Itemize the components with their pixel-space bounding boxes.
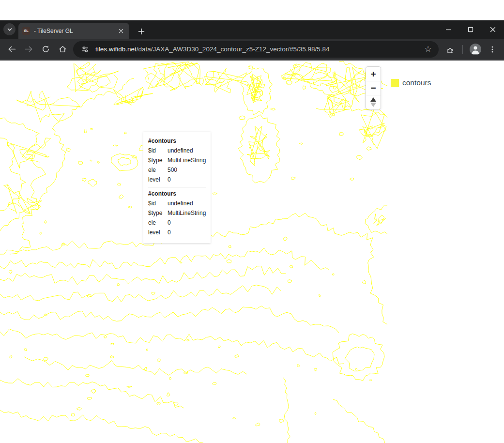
extensions-button[interactable] bbox=[442, 41, 458, 58]
contour-line bbox=[0, 379, 184, 408]
contour-line bbox=[0, 266, 286, 285]
url-domain: tiles.wifidb.net bbox=[95, 46, 137, 53]
contour-line bbox=[367, 147, 371, 151]
contour-line bbox=[174, 402, 178, 405]
tab-tileserver-gl[interactable]: GL - TileServer GL bbox=[18, 23, 129, 39]
contour-line bbox=[104, 336, 107, 338]
contour-line bbox=[119, 195, 123, 199]
close-window-button[interactable] bbox=[482, 20, 504, 39]
back-icon bbox=[7, 45, 16, 54]
site-settings-icon bbox=[81, 46, 89, 53]
feature-section: #contours $idundefined $typeMultiLineStr… bbox=[148, 189, 206, 237]
contour-line bbox=[362, 281, 366, 284]
url-text: tiles.wifidb.net/data/JAXA_AW3D30_2024_c… bbox=[95, 46, 422, 53]
map-zoom-control: + − bbox=[366, 66, 381, 109]
contour-line bbox=[234, 355, 239, 358]
contour-line bbox=[111, 154, 138, 171]
contour-line bbox=[4, 184, 42, 214]
contour-line bbox=[40, 232, 42, 234]
minimize-button[interactable] bbox=[437, 20, 459, 39]
plus-icon bbox=[138, 28, 145, 35]
contour-line bbox=[124, 132, 127, 134]
contour-line bbox=[78, 161, 83, 165]
feature-property-row: $idundefined bbox=[148, 146, 206, 155]
forward-button[interactable] bbox=[20, 41, 37, 58]
tab-close-button[interactable] bbox=[117, 27, 125, 35]
tab-search-button[interactable] bbox=[3, 23, 15, 35]
chevron-down-icon bbox=[6, 26, 13, 33]
contour-line bbox=[44, 221, 46, 224]
bookmark-star-button[interactable]: ☆ bbox=[422, 44, 434, 55]
feature-property-row: ele500 bbox=[148, 165, 206, 175]
contour-line bbox=[88, 179, 97, 186]
contour-line bbox=[76, 408, 81, 410]
contour-line bbox=[283, 378, 290, 443]
contour-line bbox=[118, 157, 130, 166]
address-bar[interactable]: tiles.wifidb.net/data/JAXA_AW3D30_2024_c… bbox=[73, 41, 439, 58]
contour-line bbox=[127, 386, 132, 388]
map-canvas[interactable] bbox=[0, 61, 504, 443]
contour-line bbox=[333, 87, 336, 89]
reload-button[interactable] bbox=[37, 41, 54, 58]
contour-line bbox=[332, 274, 334, 275]
contour-line bbox=[144, 367, 147, 371]
close-icon bbox=[118, 28, 124, 34]
menu-button[interactable] bbox=[484, 41, 501, 58]
contour-line bbox=[113, 87, 153, 105]
contour-line bbox=[44, 357, 48, 361]
contour-line bbox=[293, 65, 298, 68]
contour-line bbox=[333, 399, 385, 443]
zoom-out-button[interactable]: − bbox=[366, 81, 381, 95]
contour-line bbox=[110, 356, 114, 358]
contour-line bbox=[229, 245, 231, 248]
contour-line bbox=[183, 372, 188, 374]
contour-line bbox=[355, 368, 357, 370]
home-icon bbox=[58, 45, 67, 54]
close-icon bbox=[489, 26, 496, 33]
layer-color-swatch bbox=[391, 79, 399, 87]
contour-line bbox=[186, 339, 189, 341]
contour-line bbox=[271, 108, 275, 110]
browser-toolbar: tiles.wifidb.net/data/JAXA_AW3D30_2024_c… bbox=[0, 39, 504, 60]
contour-line bbox=[146, 349, 148, 350]
reload-icon bbox=[41, 45, 50, 54]
contour-line bbox=[314, 368, 317, 371]
contour-line bbox=[0, 248, 329, 270]
contour-line bbox=[0, 118, 46, 254]
feature-layer-name: #contours bbox=[148, 189, 206, 199]
contour-line bbox=[97, 161, 99, 163]
contour-line bbox=[157, 402, 161, 404]
contour-line bbox=[24, 357, 247, 375]
minimize-icon bbox=[445, 26, 452, 33]
contour-line bbox=[350, 178, 354, 181]
contour-line bbox=[84, 130, 87, 133]
contour-line bbox=[283, 237, 288, 241]
zoom-in-button[interactable]: + bbox=[366, 67, 381, 81]
tab-title: - TileServer GL bbox=[34, 28, 113, 34]
contour-line bbox=[0, 329, 344, 365]
contour-line bbox=[297, 364, 300, 367]
contour-line bbox=[111, 343, 114, 345]
site-info-button[interactable] bbox=[79, 43, 92, 56]
feature-inspect-popup: #contours $idundefined $typeMultiLineStr… bbox=[143, 132, 211, 243]
compass-button[interactable] bbox=[366, 95, 381, 109]
kebab-menu-icon bbox=[489, 46, 496, 53]
home-button[interactable] bbox=[54, 41, 71, 58]
back-button[interactable] bbox=[3, 41, 20, 58]
popup-separator bbox=[148, 187, 206, 187]
maximize-button[interactable] bbox=[459, 20, 482, 39]
contour-line bbox=[0, 285, 281, 302]
contour-line bbox=[24, 349, 27, 351]
profile-button[interactable] bbox=[467, 41, 484, 58]
contour-line bbox=[315, 412, 316, 414]
tab-favicon: GL bbox=[22, 27, 30, 35]
contour-line bbox=[291, 177, 295, 180]
contour-line bbox=[61, 244, 65, 245]
feature-property-row: ele0 bbox=[148, 218, 206, 228]
new-tab-button[interactable] bbox=[135, 25, 148, 38]
maximize-icon bbox=[467, 26, 474, 33]
contour-line bbox=[67, 62, 119, 92]
compass-south-icon bbox=[370, 103, 376, 107]
extensions-puzzle-icon bbox=[445, 45, 455, 54]
contour-line bbox=[286, 80, 292, 84]
